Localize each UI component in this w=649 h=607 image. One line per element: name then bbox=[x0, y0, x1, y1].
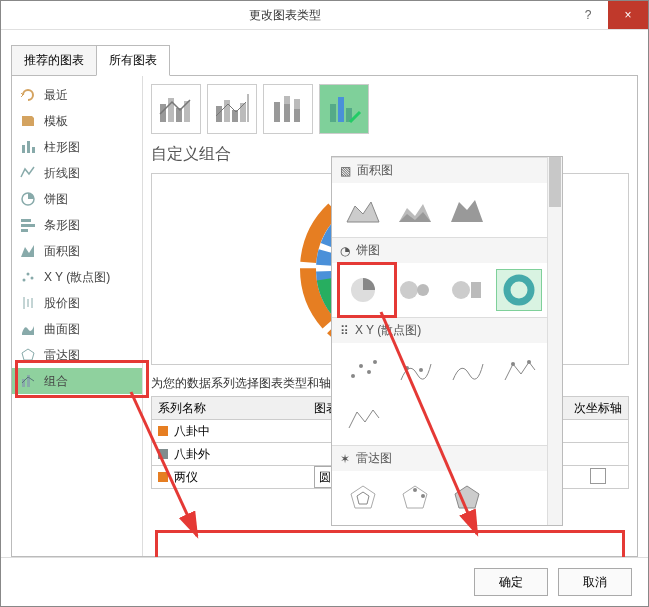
sidebar-item-bar[interactable]: 条形图 bbox=[12, 212, 142, 238]
cancel-button[interactable]: 取消 bbox=[558, 568, 632, 596]
svg-rect-27 bbox=[284, 96, 290, 104]
svg-marker-57 bbox=[351, 486, 375, 508]
picker-xy-1[interactable] bbox=[340, 349, 386, 391]
svg-point-50 bbox=[359, 364, 363, 368]
svg-point-44 bbox=[400, 281, 418, 299]
sidebar-item-pie[interactable]: 饼图 bbox=[12, 186, 142, 212]
svg-rect-29 bbox=[294, 99, 300, 109]
svg-rect-23 bbox=[232, 110, 238, 122]
col-series-name: 系列名称 bbox=[152, 400, 308, 417]
svg-rect-18 bbox=[168, 98, 174, 122]
svg-point-45 bbox=[417, 284, 429, 296]
picker-area-2[interactable] bbox=[392, 189, 438, 231]
svg-point-53 bbox=[405, 366, 409, 370]
pie-icon bbox=[20, 191, 36, 207]
sidebar-item-line[interactable]: 折线图 bbox=[12, 160, 142, 186]
picker-area-1[interactable] bbox=[340, 189, 386, 231]
svg-marker-42 bbox=[451, 200, 483, 222]
svg-point-54 bbox=[419, 368, 423, 372]
tab-recommended[interactable]: 推荐的图表 bbox=[11, 45, 97, 76]
svg-point-8 bbox=[23, 279, 26, 282]
close-button[interactable]: × bbox=[608, 1, 648, 29]
svg-rect-4 bbox=[21, 219, 31, 222]
sidebar-item-column[interactable]: 柱形图 bbox=[12, 134, 142, 160]
help-button[interactable]: ? bbox=[568, 8, 608, 22]
picker-xy-4[interactable] bbox=[496, 349, 542, 391]
area-icon: ▧ bbox=[340, 164, 351, 178]
sidebar-item-area[interactable]: 面积图 bbox=[12, 238, 142, 264]
stock-icon bbox=[20, 295, 36, 311]
picker-radar-1[interactable] bbox=[340, 477, 386, 519]
picker-doughnut[interactable] bbox=[496, 269, 542, 311]
svg-point-51 bbox=[367, 370, 371, 374]
picker-xy-5[interactable] bbox=[340, 397, 386, 439]
svg-rect-28 bbox=[284, 104, 290, 122]
col-secondary-axis: 次坐标轴 bbox=[568, 400, 628, 417]
svg-rect-19 bbox=[176, 108, 182, 122]
svg-marker-39 bbox=[347, 202, 379, 222]
sidebar-item-stock[interactable]: 股价图 bbox=[12, 290, 142, 316]
svg-rect-5 bbox=[21, 224, 35, 227]
svg-rect-30 bbox=[294, 109, 300, 122]
scatter-icon: ⠿ bbox=[340, 324, 349, 338]
scrollbar-thumb[interactable] bbox=[549, 157, 561, 207]
picker-pie-2[interactable] bbox=[392, 269, 438, 311]
sidebar-item-combo[interactable]: 组合 bbox=[12, 368, 142, 394]
svg-point-52 bbox=[373, 360, 377, 364]
templates-icon bbox=[20, 113, 36, 129]
chart-type-picker: ▧面积图 ◔饼图 ⠿X Y (散点图) ✶雷达图 bbox=[331, 156, 563, 526]
sidebar-item-xy[interactable]: X Y (散点图) bbox=[12, 264, 142, 290]
sidebar-item-radar[interactable]: 雷达图 bbox=[12, 342, 142, 368]
svg-point-49 bbox=[351, 374, 355, 378]
chart-category-sidebar: 最近模板柱形图折线图饼图条形图面积图X Y (散点图)股价图曲面图雷达图组合 bbox=[12, 76, 143, 556]
svg-rect-24 bbox=[240, 103, 246, 122]
sidebar-item-recent[interactable]: 最近 bbox=[12, 82, 142, 108]
radar-icon: ✶ bbox=[340, 452, 350, 466]
picker-scrollbar[interactable] bbox=[547, 157, 562, 525]
svg-point-46 bbox=[452, 281, 470, 299]
column-icon bbox=[20, 139, 36, 155]
sidebar-item-templates[interactable]: 模板 bbox=[12, 108, 142, 134]
secondary-axis-checkbox[interactable] bbox=[590, 468, 606, 484]
dialog-title: 更改图表类型 bbox=[1, 7, 568, 24]
svg-rect-6 bbox=[21, 229, 28, 232]
tab-all-charts[interactable]: 所有图表 bbox=[96, 45, 170, 76]
combo-subtype-custom[interactable] bbox=[319, 84, 369, 134]
sidebar-item-surface[interactable]: 曲面图 bbox=[12, 316, 142, 342]
svg-point-9 bbox=[27, 273, 30, 276]
combo-subtype-2[interactable] bbox=[207, 84, 257, 134]
picker-radar-3[interactable] bbox=[444, 477, 490, 519]
svg-rect-26 bbox=[274, 102, 280, 122]
combo-subtype-3[interactable] bbox=[263, 84, 313, 134]
svg-rect-47 bbox=[471, 282, 481, 298]
svg-marker-14 bbox=[22, 349, 34, 360]
picker-pie-1[interactable] bbox=[340, 269, 386, 311]
xy-icon bbox=[20, 269, 36, 285]
svg-point-61 bbox=[421, 494, 425, 498]
svg-rect-2 bbox=[32, 147, 35, 153]
picker-pie-3[interactable] bbox=[444, 269, 490, 311]
picker-radar-2[interactable] bbox=[392, 477, 438, 519]
pie-icon: ◔ bbox=[340, 244, 350, 258]
radar-icon bbox=[20, 347, 36, 363]
svg-point-56 bbox=[527, 360, 531, 364]
ok-button[interactable]: 确定 bbox=[474, 568, 548, 596]
picker-area-3[interactable] bbox=[444, 189, 490, 231]
surface-icon bbox=[20, 321, 36, 337]
svg-marker-62 bbox=[455, 486, 479, 508]
svg-point-60 bbox=[413, 488, 417, 492]
svg-point-10 bbox=[31, 277, 34, 280]
line-icon bbox=[20, 165, 36, 181]
svg-marker-7 bbox=[21, 245, 34, 257]
svg-marker-58 bbox=[357, 492, 369, 504]
bar-icon bbox=[20, 217, 36, 233]
series-swatch bbox=[158, 449, 168, 459]
area-icon bbox=[20, 243, 36, 259]
recent-icon bbox=[20, 87, 36, 103]
svg-rect-22 bbox=[224, 100, 230, 122]
svg-point-55 bbox=[511, 362, 515, 366]
series-swatch bbox=[158, 472, 168, 482]
picker-xy-2[interactable] bbox=[392, 349, 438, 391]
combo-subtype-1[interactable] bbox=[151, 84, 201, 134]
picker-xy-3[interactable] bbox=[444, 349, 490, 391]
